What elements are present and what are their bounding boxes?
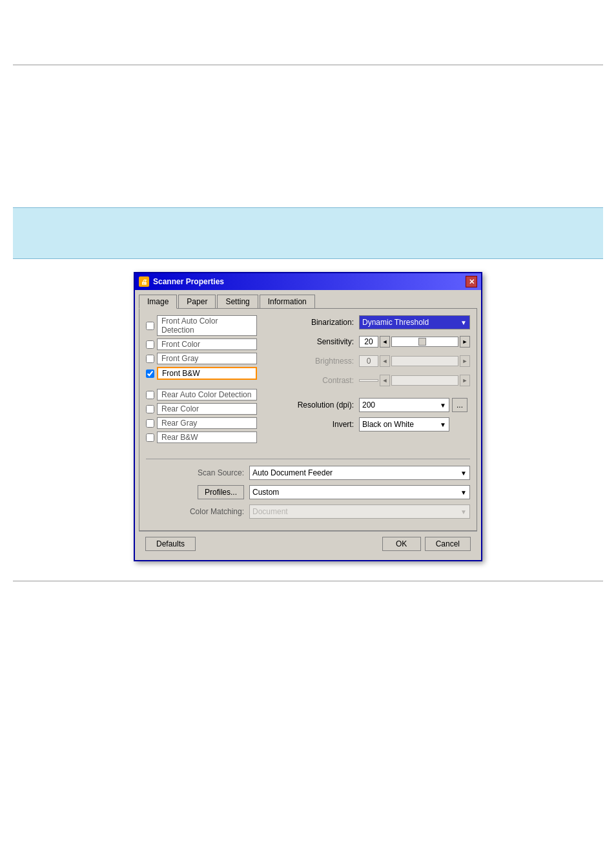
rear-bw-label: Rear B&W: [157, 432, 257, 443]
top-rule: [13, 65, 603, 65]
sensitivity-row: Sensitivity: 20 ◄ ►: [282, 335, 470, 349]
footer-right: OK Cancel: [382, 537, 471, 551]
invert-label: Invert:: [282, 420, 359, 429]
brightness-row: Brightness: 0 ◄ ►: [282, 354, 470, 368]
resolution-ellipsis-btn[interactable]: ...: [452, 398, 467, 412]
invert-arrow: ▼: [440, 421, 446, 428]
bottom-rule: [13, 581, 603, 581]
front-color-checkbox[interactable]: [146, 340, 154, 349]
rear-gray-item: Rear Gray: [146, 417, 275, 429]
brightness-label: Brightness:: [282, 357, 359, 366]
tab-information[interactable]: Information: [260, 295, 315, 309]
color-matching-value: Document: [252, 507, 288, 516]
contrast-slider: [391, 375, 458, 386]
binarization-dropdown[interactable]: Dynamic Threshold ▼: [359, 315, 470, 329]
resolution-value: 200: [362, 400, 375, 410]
profiles-btn-cell: Profiles...: [146, 485, 249, 499]
binarization-control: Dynamic Threshold ▼: [359, 315, 470, 329]
resolution-dropdown[interactable]: 200 ▼: [359, 398, 449, 412]
rear-color-checkbox[interactable]: [146, 405, 154, 413]
tab-setting[interactable]: Setting: [217, 295, 258, 309]
binarization-row: Binarization: Dynamic Threshold ▼: [282, 315, 470, 329]
profiles-value: Custom: [252, 488, 279, 497]
sensitivity-label: Sensitivity:: [282, 337, 359, 346]
defaults-button[interactable]: Defaults: [145, 537, 196, 551]
rear-auto-color-item: Rear Auto Color Detection: [146, 389, 275, 400]
rear-bw-item: Rear B&W: [146, 432, 275, 443]
profiles-arrow: ▼: [460, 489, 467, 496]
ok-button[interactable]: OK: [382, 537, 421, 551]
rear-gray-label: Rear Gray: [157, 417, 257, 429]
front-bw-label: Front B&W: [157, 367, 257, 380]
front-bw-item: Front B&W: [146, 367, 275, 380]
dialog-body: Image Paper Setting Information: [135, 290, 481, 560]
contrast-control: ◄ ►: [359, 375, 470, 386]
front-auto-color-item: Front Auto Color Detection: [146, 315, 275, 336]
tab-bar: Image Paper Setting Information: [139, 294, 477, 308]
brightness-right-btn: ►: [460, 355, 470, 367]
front-bw-checkbox[interactable]: [146, 369, 154, 378]
scan-source-row: Scan Source: Auto Document Feeder ▼: [146, 466, 470, 480]
sensitivity-slider[interactable]: [391, 337, 458, 347]
resolution-control: 200 ▼ ...: [359, 398, 470, 412]
brightness-control: 0 ◄ ►: [359, 355, 470, 367]
invert-control: Black on White ▼: [359, 417, 470, 432]
tab-paper[interactable]: Paper: [178, 295, 216, 309]
sensitivity-left-btn[interactable]: ◄: [380, 336, 390, 348]
invert-value: Black on White: [362, 420, 414, 429]
contrast-row: Contrast: ◄ ►: [282, 373, 470, 388]
front-gray-item: Front Gray: [146, 353, 275, 364]
front-checkbox-group: Front Auto Color Detection Front Color F…: [146, 315, 275, 380]
front-auto-color-checkbox[interactable]: [146, 322, 154, 330]
close-button[interactable]: ✕: [466, 276, 477, 287]
scan-source-label: Scan Source:: [146, 468, 249, 477]
sensitivity-right-btn[interactable]: ►: [460, 336, 470, 348]
color-matching-row: Color Matching: Document ▼: [146, 504, 470, 519]
profiles-button[interactable]: Profiles...: [198, 485, 244, 499]
rear-color-label: Rear Color: [157, 403, 257, 415]
scan-source-arrow: ▼: [460, 470, 467, 477]
sensitivity-control: 20 ◄ ►: [359, 336, 470, 348]
front-gray-checkbox[interactable]: [146, 355, 154, 363]
profiles-dropdown[interactable]: Custom ▼: [249, 485, 470, 499]
contrast-value: [359, 379, 378, 382]
dialog-footer: Defaults OK Cancel: [139, 531, 477, 556]
dialog-title: Scanner Properties: [153, 277, 224, 286]
left-column: Front Auto Color Detection Front Color F…: [146, 315, 275, 452]
rear-gray-checkbox[interactable]: [146, 419, 154, 428]
scan-source-dropdown[interactable]: Auto Document Feeder ▼: [249, 466, 470, 480]
binarization-label: Binarization:: [282, 318, 359, 327]
image-section: Front Auto Color Detection Front Color F…: [146, 315, 470, 452]
brightness-left-btn: ◄: [380, 355, 390, 367]
rear-color-item: Rear Color: [146, 403, 275, 415]
page: 🖨 Scanner Properties ✕ Image Paper Setti…: [0, 65, 616, 581]
spacer: [282, 393, 470, 398]
rear-auto-color-checkbox[interactable]: [146, 391, 154, 399]
dialog-icon: 🖨: [139, 276, 149, 287]
dialog-area: 🖨 Scanner Properties ✕ Image Paper Setti…: [0, 272, 616, 561]
front-color-label: Front Color: [157, 338, 257, 350]
rear-auto-color-label: Rear Auto Color Detection: [157, 389, 257, 400]
front-color-item: Front Color: [146, 338, 275, 350]
brightness-value: 0: [359, 355, 378, 367]
contrast-label: Contrast:: [282, 376, 359, 385]
scanner-properties-dialog: 🖨 Scanner Properties ✕ Image Paper Setti…: [134, 272, 482, 561]
invert-dropdown[interactable]: Black on White ▼: [359, 417, 449, 432]
contrast-left-btn: ◄: [380, 375, 390, 386]
sensitivity-thumb: [418, 338, 426, 346]
bottom-section: Scan Source: Auto Document Feeder ▼ Prof…: [146, 459, 470, 519]
resolution-row: Resolution (dpi): 200 ▼ ...: [282, 398, 470, 412]
color-matching-label: Color Matching:: [146, 507, 249, 516]
dialog-titlebar: 🖨 Scanner Properties ✕: [135, 273, 481, 290]
cancel-button[interactable]: Cancel: [425, 537, 471, 551]
front-auto-color-label: Front Auto Color Detection: [157, 315, 257, 336]
color-matching-arrow: ▼: [460, 508, 467, 515]
binarization-value: Dynamic Threshold: [362, 318, 429, 327]
dialog-title-left: 🖨 Scanner Properties: [139, 276, 224, 287]
highlight-band: [13, 207, 603, 259]
contrast-right-btn: ►: [460, 375, 470, 386]
rear-bw-checkbox[interactable]: [146, 433, 154, 442]
tab-image[interactable]: Image: [139, 295, 177, 309]
rear-checkbox-group: Rear Auto Color Detection Rear Color Rea…: [146, 389, 275, 443]
front-gray-label: Front Gray: [157, 353, 257, 364]
